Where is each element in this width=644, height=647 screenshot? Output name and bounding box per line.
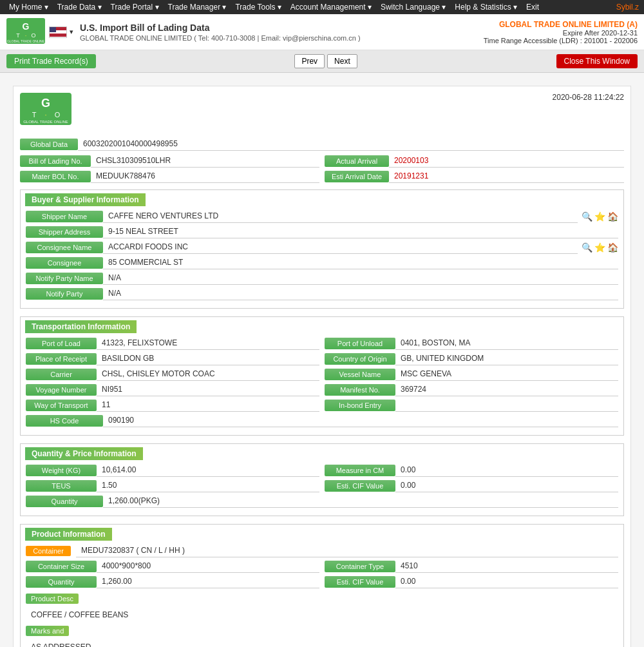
quantity-price-section: Quantity & Price Information Weight (KG)… — [20, 443, 624, 516]
expire-info: Expire After 2020-12-31 — [484, 29, 638, 37]
containersize-value: 4000*900*800 — [97, 560, 319, 573]
buyer-supplier-title: Buyer & Supplier Information — [25, 193, 146, 206]
hscode-value: 090190 — [103, 414, 618, 427]
prod-qty-cif-row: Quantity 1,260.00 Esti. CIF Value 0.00 — [26, 575, 618, 588]
consignee-name-label: Consignee Name — [26, 242, 103, 253]
svg-text:G: G — [41, 97, 50, 110]
notify-party-name-label: Notify Party Name — [26, 273, 103, 284]
consignee-row: Consignee 85 COMMERCIAL ST — [26, 256, 618, 269]
nav-switchlang[interactable]: Switch Language ▾ — [377, 1, 450, 13]
shipper-name-row: Shipper Name CAFFE NERO VENTURES LTD 🔍 ⭐… — [26, 210, 618, 223]
buyer-supplier-section: Buyer & Supplier Information Shipper Nam… — [20, 189, 624, 309]
time-range: Time Range Accessible (LDR) : 201001 - 2… — [484, 37, 638, 44]
containersize-label: Container Size — [26, 561, 97, 572]
product-desc-label-row: Product Desc — [26, 591, 618, 606]
shipper-star-icon[interactable]: ⭐ — [594, 211, 605, 222]
nav-myhome[interactable]: My Home ▾ — [5, 1, 52, 13]
svg-text:G: G — [23, 21, 30, 32]
weight-pair: Weight (KG) 10,614.00 — [26, 464, 319, 477]
carrier-vessel-row: Carrier CHSL, CHISLEY MOTOR COAC Vessel … — [26, 368, 618, 381]
main-content-area: G T · O GLOBAL TRADE ONLINE 2020-06-28 1… — [0, 73, 644, 647]
shipper-search-icon[interactable]: 🔍 — [582, 211, 592, 222]
qty-value: 1,260.00(PKG) — [103, 495, 618, 508]
teus-value: 1.50 — [97, 479, 319, 492]
origin-label: Country of Origin — [325, 353, 395, 365]
nav-tradetools[interactable]: Trade Tools ▾ — [231, 1, 285, 13]
masterbol-pair: Mater BOL No. MEDUUK788476 — [20, 170, 319, 183]
svg-text:O: O — [31, 32, 35, 39]
global-data-row: Global Data 6003202001040000498955 — [20, 138, 624, 151]
prod-cif-value: 0.00 — [395, 575, 618, 588]
prev-button-top[interactable]: Prev — [294, 54, 325, 68]
close-button-top[interactable]: Close This Window — [556, 54, 638, 68]
svg-text:T: T — [16, 32, 20, 39]
nav-buttons-top: Prev Next — [294, 54, 357, 68]
consignee-value: 85 COMMERCIAL ST — [103, 256, 618, 269]
voyage-label: Voyage Number — [26, 384, 97, 396]
quantity-price-title: Quantity & Price Information — [25, 447, 143, 460]
measure-pair: Measure in CM 0.00 — [325, 464, 618, 477]
pou-label: Port of Unload — [325, 338, 395, 349]
shipper-home-icon[interactable]: 🏠 — [607, 211, 618, 222]
next-button-top[interactable]: Next — [327, 54, 357, 68]
containertype-value: 4510 — [395, 560, 618, 573]
origin-value: GB, UNITED KINGDOM — [395, 352, 618, 365]
teus-pair: TEUS 1.50 — [26, 479, 319, 492]
transportation-title: Transportation Information — [25, 320, 137, 333]
company-name: GLOBAL TRADE ONLINE LIMITED (A) — [484, 20, 638, 29]
consignee-name-value-area: ACCARDI FOODS INC 🔍 ⭐ 🏠 — [103, 241, 618, 254]
bol-pair: Bill of Lading No. CHSL310309510LHR — [20, 155, 319, 168]
nav-exit[interactable]: Exit — [522, 1, 543, 13]
bol-label: Bill of Lading No. — [20, 155, 91, 167]
gto-logo: G T · O GLOBAL TRADE ONLINE — [6, 18, 45, 44]
product-info-title: Product Information — [25, 528, 112, 541]
teus-label: TEUS — [26, 480, 97, 492]
header-title-area: U.S. Import Bill of Lading Data GLOBAL T… — [73, 23, 484, 42]
svg-text:O: O — [55, 111, 61, 119]
svg-text:T: T — [32, 111, 37, 119]
consignee-search-icon[interactable]: 🔍 — [582, 242, 592, 253]
vessel-pair: Vessel Name MSC GENEVA — [325, 368, 618, 381]
bol-value: CHSL310309510LHR — [91, 155, 319, 168]
record-timestamp: 2020-06-28 11:24:22 — [553, 93, 624, 102]
nav-accountmgmt[interactable]: Account Management ▾ — [287, 1, 375, 13]
voyage-manifest-row: Voyage Number NI951 Manifest No. 369724 — [26, 383, 618, 396]
shipper-name-label: Shipper Name — [26, 211, 103, 222]
shipper-address-row: Shipper Address 9-15 NEAL STREET — [26, 226, 618, 238]
carrier-pair: Carrier CHSL, CHISLEY MOTOR COAC — [26, 368, 319, 381]
shipper-address-value: 9-15 NEAL STREET — [103, 226, 618, 238]
qty-row: Quantity 1,260.00(PKG) — [26, 495, 618, 508]
header-bar: G T · O GLOBAL TRADE ONLINE ▾ U.S. Impor… — [0, 14, 644, 50]
transport-label: Way of Transport — [26, 400, 97, 411]
qty-label: Quantity — [26, 496, 103, 507]
pol-value: 41323, FELIXSTOWE — [97, 337, 319, 350]
pol-label: Port of Load — [26, 338, 97, 349]
svg-text:GLOBAL TRADE ONLINE: GLOBAL TRADE ONLINE — [7, 39, 45, 43]
page-title: U.S. Import Bill of Lading Data — [80, 23, 484, 33]
container-row: Container MEDU7320837 ( CN / L / HH ) — [26, 545, 618, 557]
containertype-label: Container Type — [325, 561, 395, 572]
manifest-pair: Manifest No. 369724 — [325, 383, 618, 396]
shipper-icons: 🔍 ⭐ 🏠 — [582, 211, 618, 222]
container-value: MEDU7320837 ( CN / L / HH ) — [76, 545, 618, 557]
notify-party-row: Notify Party N/A — [26, 287, 618, 300]
voyage-value: NI951 — [97, 383, 319, 396]
nav-trademanager[interactable]: Trade Manager ▾ — [164, 1, 231, 13]
carrier-label: Carrier — [26, 369, 97, 380]
nav-items: My Home ▾ Trade Data ▾ Trade Portal ▾ Tr… — [5, 1, 543, 13]
consignee-star-icon[interactable]: ⭐ — [594, 242, 605, 253]
masterbol-row: Mater BOL No. MEDUUK788476 Esti Arrival … — [20, 170, 624, 183]
bond-pair: In-bond Entry — [325, 399, 618, 412]
masterbol-value: MEDUUK788476 — [91, 170, 319, 183]
nav-tradedata[interactable]: Trade Data ▾ — [53, 1, 106, 13]
actual-arrival-value: 20200103 — [389, 155, 624, 168]
consignee-home-icon[interactable]: 🏠 — [607, 242, 618, 253]
toolbar-top: Print Trade Record(s) Prev Next Close Th… — [0, 50, 644, 73]
print-button-top[interactable]: Print Trade Record(s) — [6, 54, 96, 68]
nav-help[interactable]: Help & Statistics ▾ — [451, 1, 521, 13]
record-card: G T · O GLOBAL TRADE ONLINE 2020-06-28 1… — [13, 86, 631, 647]
marks-label-row: Marks and — [26, 623, 618, 639]
nav-tradeportal[interactable]: Trade Portal ▾ — [107, 1, 163, 13]
consignee-label: Consignee — [26, 257, 103, 269]
marks-text: AS ADDRESSED — [26, 641, 618, 647]
